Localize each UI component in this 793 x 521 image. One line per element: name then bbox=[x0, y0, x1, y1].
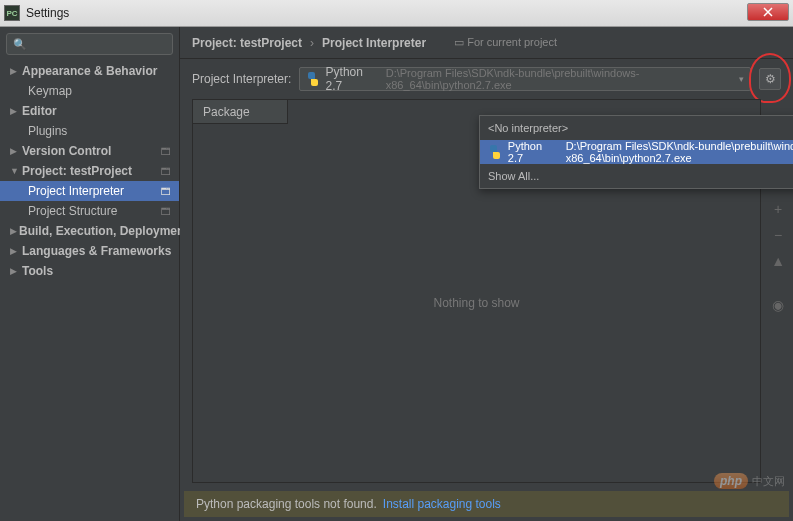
project-scope-icon: 🗔 bbox=[161, 206, 171, 217]
chevron-down-icon: ▾ bbox=[739, 74, 744, 84]
expand-arrow-icon: ▶ bbox=[10, 246, 20, 256]
sidebar-item-label: Tools bbox=[22, 264, 53, 278]
interpreter-name: Python 2.7 bbox=[326, 65, 380, 93]
sidebar-item-label: Project Structure bbox=[28, 204, 117, 218]
sidebar-item-plugins[interactable]: Plugins bbox=[0, 121, 179, 141]
python-icon bbox=[488, 145, 502, 159]
expand-arrow-icon: ▼ bbox=[10, 166, 20, 176]
settings-tree: ▶Appearance & BehaviorKeymap▶EditorPlugi… bbox=[0, 59, 179, 521]
sidebar-item-label: Editor bbox=[22, 104, 57, 118]
upgrade-package-button[interactable]: ▲ bbox=[771, 253, 785, 269]
breadcrumb-leaf: Project Interpreter bbox=[322, 36, 426, 50]
dropdown-python27[interactable]: Python 2.7 D:\Program Files\SDK\ndk-bund… bbox=[480, 140, 793, 164]
expand-arrow-icon: ▶ bbox=[10, 66, 20, 76]
search-input[interactable] bbox=[31, 37, 166, 51]
app-icon: PC bbox=[4, 5, 20, 21]
project-scope-icon: 🗔 bbox=[161, 166, 171, 177]
expand-arrow-icon: ▶ bbox=[10, 226, 17, 236]
sidebar-item-label: Languages & Frameworks bbox=[22, 244, 171, 258]
sidebar-item-label: Project Interpreter bbox=[28, 184, 124, 198]
interpreter-settings-button[interactable]: ⚙ bbox=[759, 68, 781, 90]
sidebar-item-languages-frameworks[interactable]: ▶Languages & Frameworks bbox=[0, 241, 179, 261]
sidebar-item-project-structure[interactable]: Project Structure🗔 bbox=[0, 201, 179, 221]
dropdown-show-all[interactable]: Show All... bbox=[480, 164, 793, 188]
sidebar: 🔍 ▶Appearance & BehaviorKeymap▶EditorPlu… bbox=[0, 27, 180, 521]
dropdown-no-interpreter[interactable]: <No interpreter> bbox=[480, 116, 793, 140]
project-scope-icon: 🗔 bbox=[161, 186, 171, 197]
warning-bar: Python packaging tools not found. Instal… bbox=[184, 491, 789, 517]
sidebar-item-label: Project: testProject bbox=[22, 164, 132, 178]
scope-badge: For current project bbox=[454, 36, 557, 49]
titlebar: PC Settings bbox=[0, 0, 793, 27]
expand-arrow-icon: ▶ bbox=[10, 106, 20, 116]
gear-icon: ⚙ bbox=[765, 72, 776, 86]
sidebar-item-editor[interactable]: ▶Editor bbox=[0, 101, 179, 121]
package-column-header[interactable]: Package bbox=[193, 100, 288, 124]
sidebar-item-label: Version Control bbox=[22, 144, 111, 158]
interpreter-select[interactable]: Python 2.7 D:\Program Files\SDK\ndk-bund… bbox=[299, 67, 751, 91]
breadcrumb-root: Project: testProject bbox=[192, 36, 302, 50]
show-early-button[interactable]: ◉ bbox=[772, 297, 784, 313]
interpreter-path: D:\Program Files\SDK\ndk-bundle\prebuilt… bbox=[386, 67, 744, 91]
sidebar-item-tools[interactable]: ▶Tools bbox=[0, 261, 179, 281]
interpreter-label: Project Interpreter: bbox=[192, 72, 291, 86]
expand-arrow-icon: ▶ bbox=[10, 266, 20, 276]
sidebar-item-project-interpreter[interactable]: Project Interpreter🗔 bbox=[0, 181, 179, 201]
warning-message: Python packaging tools not found. bbox=[196, 497, 377, 511]
sidebar-item-project-testproject[interactable]: ▼Project: testProject🗔 bbox=[0, 161, 179, 181]
breadcrumb: Project: testProject › Project Interpret… bbox=[180, 27, 793, 59]
sidebar-item-version-control[interactable]: ▶Version Control🗔 bbox=[0, 141, 179, 161]
close-button[interactable] bbox=[747, 3, 789, 21]
sidebar-item-label: Keymap bbox=[28, 84, 72, 98]
install-tools-link[interactable]: Install packaging tools bbox=[383, 497, 501, 511]
expand-arrow-icon: ▶ bbox=[10, 146, 20, 156]
sidebar-item-label: Build, Execution, Deployment bbox=[19, 224, 188, 238]
project-scope-icon: 🗔 bbox=[161, 146, 171, 157]
interpreter-dropdown: <No interpreter> Python 2.7 D:\Program F… bbox=[479, 115, 793, 189]
window-title: Settings bbox=[26, 6, 69, 20]
remove-package-button[interactable]: − bbox=[774, 227, 782, 243]
close-icon bbox=[763, 7, 773, 17]
sidebar-item-build-execution-deployment[interactable]: ▶Build, Execution, Deployment bbox=[0, 221, 179, 241]
interpreter-row: Project Interpreter: Python 2.7 D:\Progr… bbox=[180, 59, 793, 99]
python-icon bbox=[306, 72, 319, 86]
main-panel: Project: testProject › Project Interpret… bbox=[180, 27, 793, 521]
chevron-right-icon: › bbox=[310, 36, 314, 50]
sidebar-item-label: Plugins bbox=[28, 124, 67, 138]
add-package-button[interactable]: + bbox=[774, 201, 782, 217]
search-icon: 🔍 bbox=[13, 38, 27, 51]
search-box[interactable]: 🔍 bbox=[6, 33, 173, 55]
sidebar-item-label: Appearance & Behavior bbox=[22, 64, 157, 78]
sidebar-item-keymap[interactable]: Keymap bbox=[0, 81, 179, 101]
package-tools: + − ▲ ◉ bbox=[771, 201, 785, 313]
watermark: php 中文网 bbox=[714, 473, 785, 489]
sidebar-item-appearance-behavior[interactable]: ▶Appearance & Behavior bbox=[0, 61, 179, 81]
